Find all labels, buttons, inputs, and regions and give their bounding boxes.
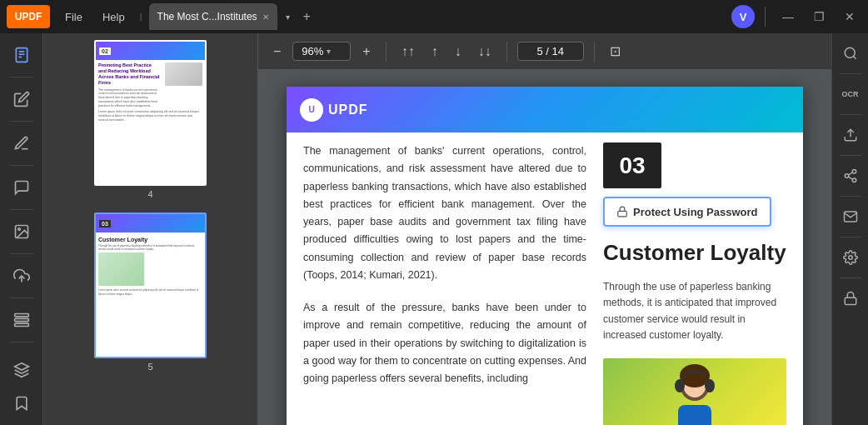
updf-icon: U	[300, 98, 323, 122]
svg-rect-11	[618, 211, 627, 216]
page-header: U UPDF	[287, 87, 803, 132]
sidebar-icon-comment[interactable]	[7, 172, 37, 202]
right-lock-icon[interactable]	[837, 285, 864, 312]
thumb-page-num-5: 03	[99, 220, 111, 228]
left-sidebar	[0, 33, 43, 425]
fit-down-button[interactable]: ↓	[450, 41, 466, 62]
sidebar-icon-layers[interactable]	[7, 355, 37, 385]
pdf-toolbar: − 96% ▾ + ↑↑ ↑ ↓ ↓↓ 5 / 14 ⊡	[258, 33, 831, 70]
svg-rect-8	[14, 318, 28, 321]
sidebar-icon-annotate[interactable]	[7, 128, 37, 158]
tab-separator: |	[137, 12, 146, 22]
pdf-area: − 96% ▾ + ↑↑ ↑ ↓ ↓↓ 5 / 14 ⊡	[258, 33, 831, 425]
section-row: 03 Protect Using Password	[603, 142, 786, 227]
page-total: 14	[552, 45, 564, 58]
main-text-para1: The management of banks' current operati…	[303, 142, 586, 284]
customer-loyalty-title: Customer Loyalty	[603, 240, 786, 266]
maximize-button[interactable]: ❐	[807, 7, 831, 27]
thumb-text2-4: Lorem ipsum dolor sit amet consectetur a…	[98, 110, 202, 122]
pdf-page: U UPDF The management of banks' current …	[287, 87, 803, 425]
svg-rect-7	[14, 314, 28, 317]
close-button[interactable]: ✕	[838, 7, 861, 27]
svg-point-17	[705, 379, 715, 392]
sidebar-sep-5	[10, 253, 33, 254]
page-display[interactable]: 5 / 14	[517, 42, 584, 61]
svg-point-5	[17, 228, 19, 231]
fit-screen-button[interactable]: ⊡	[605, 40, 626, 62]
avatar: V	[731, 5, 755, 28]
sidebar-icon-organize[interactable]	[7, 305, 37, 335]
section-num-box: 03	[603, 142, 661, 188]
svg-rect-15	[678, 405, 711, 425]
page-left: The management of banks' current operati…	[303, 142, 586, 425]
right-ocr-icon[interactable]: OCR	[837, 81, 864, 108]
thumbnail-page-5[interactable]: 03 Customer Loyalty Through the use of p…	[43, 206, 257, 378]
sidebar-icon-document[interactable]	[7, 40, 37, 70]
customer-loyalty-image	[603, 358, 786, 425]
minimize-button[interactable]: —	[776, 7, 801, 27]
thumb-text-4: The management of banks current operatio…	[98, 88, 161, 108]
right-sep-3	[840, 155, 861, 156]
right-export-icon[interactable]	[837, 122, 864, 148]
zoom-display[interactable]: 96% ▾	[292, 42, 351, 61]
thumb-cust-img	[98, 252, 144, 286]
svg-line-25	[848, 172, 852, 175]
right-sep-6	[840, 278, 861, 278]
page-body: The management of banks' current operati…	[287, 132, 803, 425]
page-separator: /	[546, 45, 551, 58]
tab-add-button[interactable]: +	[298, 8, 316, 26]
fit-up-button[interactable]: ↑	[427, 41, 443, 62]
title-bar: UPDF File Help | The Most C...Institutes…	[0, 0, 868, 33]
tab-title: The Most C...Institutes	[157, 11, 257, 22]
thumb-page-num-4: 02	[99, 48, 111, 55]
thumb-cust-text: Through the use of paperless banking met…	[98, 244, 202, 251]
svg-point-18	[845, 48, 855, 58]
customer-loyalty-text: Through the use of paperless banking met…	[603, 279, 786, 343]
svg-point-22	[845, 174, 849, 178]
sidebar-sep-3	[10, 165, 33, 166]
sidebar-icon-image[interactable]	[7, 217, 37, 247]
svg-point-26	[848, 256, 852, 260]
thumb-title-4: Promoting Best Practice and Reducing Wor…	[98, 62, 161, 87]
main-area: 02 Promoting Best Practice and Reducing …	[0, 33, 868, 425]
menu-file[interactable]: File	[57, 8, 91, 27]
right-sep-4	[840, 196, 861, 197]
svg-rect-27	[845, 298, 856, 304]
thumb-label-4: 4	[147, 189, 152, 199]
thumbnail-page-4[interactable]: 02 Promoting Best Practice and Reducing …	[43, 33, 257, 206]
protect-button-label: Protect Using Password	[633, 206, 758, 218]
zoom-in-button[interactable]: +	[357, 41, 375, 62]
thumbnail-panel: 02 Promoting Best Practice and Reducing …	[43, 33, 258, 425]
fit-top-button[interactable]: ↑↑	[397, 41, 420, 62]
sidebar-sep-6	[10, 298, 33, 298]
right-email-icon[interactable]	[837, 203, 864, 230]
main-text-para2: As a result of the pressure, banks have …	[303, 299, 586, 388]
svg-rect-9	[14, 323, 28, 326]
sidebar-icon-edit[interactable]	[7, 84, 37, 114]
right-search-icon[interactable]	[837, 40, 864, 67]
sidebar-icon-bookmark[interactable]	[7, 388, 37, 418]
thumb-body-text: Lorem ipsum dolor sit amet consectetur a…	[98, 288, 202, 295]
protect-using-password-button[interactable]: Protect Using Password	[603, 197, 771, 227]
title-sep	[765, 7, 766, 27]
zoom-dropdown-icon: ▾	[327, 47, 331, 56]
zoom-out-button[interactable]: −	[268, 41, 286, 62]
pdf-content: U UPDF The management of banks' current …	[258, 70, 831, 425]
right-settings-icon[interactable]	[837, 244, 864, 271]
zoom-level: 96%	[302, 45, 323, 58]
fit-bottom-button[interactable]: ↓↓	[473, 41, 496, 62]
thumb-box-5: 03 Customer Loyalty Through the use of p…	[94, 212, 207, 358]
thumb-box-4: 02 Promoting Best Practice and Reducing …	[94, 40, 207, 186]
sidebar-icon-extract[interactable]	[7, 261, 37, 291]
right-sep-5	[840, 237, 861, 238]
tab-close-button[interactable]: ✕	[262, 12, 269, 22]
section-num: 03	[619, 152, 645, 179]
menu-help[interactable]: Help	[94, 8, 133, 27]
right-share-icon[interactable]	[837, 162, 864, 189]
app-logo: UPDF	[7, 5, 50, 28]
right-sep-1	[840, 73, 861, 74]
tab-dropdown-button[interactable]: ▾	[281, 11, 295, 23]
sidebar-sep-7	[10, 342, 33, 342]
toolbar-sep-1	[386, 42, 387, 62]
active-tab[interactable]: The Most C...Institutes ✕	[149, 3, 277, 30]
